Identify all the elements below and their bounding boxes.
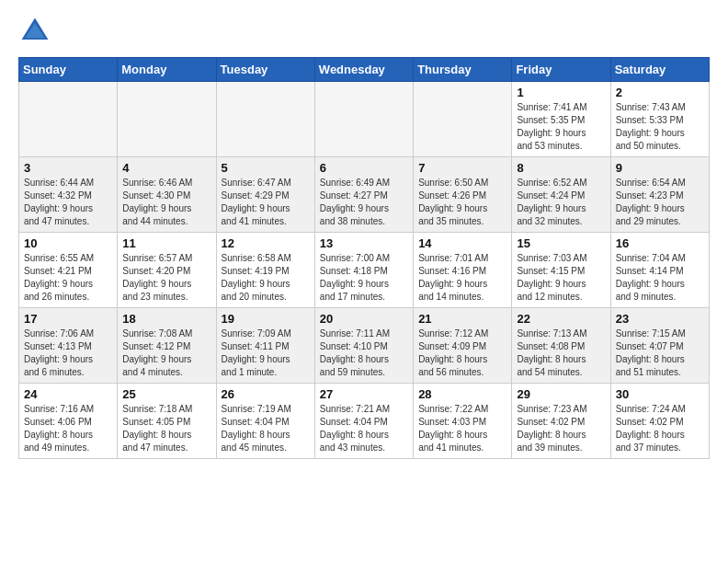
calendar-day-cell: 4Sunrise: 6:46 AM Sunset: 4:30 PM Daylig… (118, 157, 216, 233)
day-info: Sunrise: 7:13 AM Sunset: 4:08 PM Dayligh… (517, 327, 605, 379)
page: SundayMondayTuesdayWednesdayThursdayFrid… (0, 0, 728, 468)
calendar-day-cell (314, 82, 413, 157)
calendar-day-cell: 18Sunrise: 7:08 AM Sunset: 4:12 PM Dayli… (118, 308, 216, 384)
header (18, 15, 710, 48)
calendar-day-cell: 14Sunrise: 7:01 AM Sunset: 4:16 PM Dayli… (414, 233, 512, 308)
calendar-header-wednesday: Wednesday (314, 58, 413, 82)
day-info: Sunrise: 7:15 AM Sunset: 4:07 PM Dayligh… (616, 327, 704, 379)
calendar-day-cell: 10Sunrise: 6:55 AM Sunset: 4:21 PM Dayli… (19, 233, 118, 308)
day-number: 21 (418, 312, 506, 326)
calendar-day-cell: 3Sunrise: 6:44 AM Sunset: 4:32 PM Daylig… (19, 157, 118, 233)
day-info: Sunrise: 7:12 AM Sunset: 4:09 PM Dayligh… (418, 327, 506, 379)
day-info: Sunrise: 7:06 AM Sunset: 4:13 PM Dayligh… (24, 327, 112, 379)
calendar-day-cell: 26Sunrise: 7:19 AM Sunset: 4:04 PM Dayli… (216, 384, 314, 459)
calendar-header-row: SundayMondayTuesdayWednesdayThursdayFrid… (19, 58, 710, 82)
calendar-day-cell: 15Sunrise: 7:03 AM Sunset: 4:15 PM Dayli… (512, 233, 610, 308)
calendar-day-cell: 9Sunrise: 6:54 AM Sunset: 4:23 PM Daylig… (610, 157, 709, 233)
calendar-day-cell: 11Sunrise: 6:57 AM Sunset: 4:20 PM Dayli… (118, 233, 216, 308)
calendar-day-cell: 17Sunrise: 7:06 AM Sunset: 4:13 PM Dayli… (19, 308, 118, 384)
logo (18, 15, 55, 48)
day-number: 11 (122, 236, 210, 250)
day-info: Sunrise: 6:52 AM Sunset: 4:24 PM Dayligh… (517, 177, 605, 228)
calendar-day-cell: 21Sunrise: 7:12 AM Sunset: 4:09 PM Dayli… (414, 308, 512, 384)
calendar-day-cell: 20Sunrise: 7:11 AM Sunset: 4:10 PM Dayli… (314, 308, 413, 384)
calendar-day-cell: 28Sunrise: 7:22 AM Sunset: 4:03 PM Dayli… (414, 384, 512, 459)
day-number: 9 (616, 161, 704, 175)
day-number: 23 (616, 312, 704, 326)
day-info: Sunrise: 7:22 AM Sunset: 4:03 PM Dayligh… (418, 403, 506, 454)
day-number: 18 (122, 312, 210, 326)
calendar-header-tuesday: Tuesday (216, 58, 314, 82)
calendar-day-cell (118, 82, 216, 157)
day-number: 29 (517, 387, 605, 401)
day-info: Sunrise: 7:18 AM Sunset: 4:05 PM Dayligh… (122, 403, 210, 454)
day-info: Sunrise: 6:46 AM Sunset: 4:30 PM Dayligh… (122, 177, 210, 228)
day-number: 4 (122, 161, 210, 175)
day-info: Sunrise: 6:50 AM Sunset: 4:26 PM Dayligh… (418, 177, 506, 228)
day-number: 20 (320, 312, 408, 326)
day-number: 13 (320, 236, 408, 250)
day-number: 24 (24, 387, 112, 401)
day-number: 27 (320, 387, 408, 401)
calendar-day-cell: 12Sunrise: 6:58 AM Sunset: 4:19 PM Dayli… (216, 233, 314, 308)
calendar-day-cell: 27Sunrise: 7:21 AM Sunset: 4:04 PM Dayli… (314, 384, 413, 459)
day-info: Sunrise: 6:54 AM Sunset: 4:23 PM Dayligh… (616, 177, 704, 228)
day-info: Sunrise: 7:08 AM Sunset: 4:12 PM Dayligh… (122, 327, 210, 379)
day-info: Sunrise: 7:04 AM Sunset: 4:14 PM Dayligh… (616, 252, 704, 304)
calendar-header-friday: Friday (512, 58, 610, 82)
day-number: 19 (222, 312, 310, 326)
calendar-day-cell: 22Sunrise: 7:13 AM Sunset: 4:08 PM Dayli… (512, 308, 610, 384)
day-info: Sunrise: 6:57 AM Sunset: 4:20 PM Dayligh… (122, 252, 210, 304)
calendar-header-thursday: Thursday (414, 58, 512, 82)
day-info: Sunrise: 7:21 AM Sunset: 4:04 PM Dayligh… (320, 403, 408, 454)
calendar-day-cell: 23Sunrise: 7:15 AM Sunset: 4:07 PM Dayli… (610, 308, 709, 384)
calendar-day-cell (216, 82, 314, 157)
calendar-day-cell: 8Sunrise: 6:52 AM Sunset: 4:24 PM Daylig… (512, 157, 610, 233)
calendar-day-cell: 2Sunrise: 7:43 AM Sunset: 5:33 PM Daylig… (610, 82, 709, 157)
day-info: Sunrise: 7:23 AM Sunset: 4:02 PM Dayligh… (517, 403, 605, 454)
calendar-day-cell: 24Sunrise: 7:16 AM Sunset: 4:06 PM Dayli… (19, 384, 118, 459)
calendar-week-row: 24Sunrise: 7:16 AM Sunset: 4:06 PM Dayli… (19, 384, 710, 459)
calendar-week-row: 10Sunrise: 6:55 AM Sunset: 4:21 PM Dayli… (19, 233, 710, 308)
calendar-day-cell: 29Sunrise: 7:23 AM Sunset: 4:02 PM Dayli… (512, 384, 610, 459)
day-info: Sunrise: 6:47 AM Sunset: 4:29 PM Dayligh… (222, 177, 310, 228)
day-number: 12 (222, 236, 310, 250)
day-number: 26 (222, 387, 310, 401)
day-info: Sunrise: 7:43 AM Sunset: 5:33 PM Dayligh… (616, 101, 704, 153)
calendar-table: SundayMondayTuesdayWednesdayThursdayFrid… (18, 57, 710, 459)
calendar-day-cell: 30Sunrise: 7:24 AM Sunset: 4:02 PM Dayli… (610, 384, 709, 459)
day-number: 22 (517, 312, 605, 326)
day-info: Sunrise: 7:01 AM Sunset: 4:16 PM Dayligh… (418, 252, 506, 304)
day-info: Sunrise: 7:03 AM Sunset: 4:15 PM Dayligh… (517, 252, 605, 304)
day-info: Sunrise: 6:58 AM Sunset: 4:19 PM Dayligh… (222, 252, 310, 304)
calendar-day-cell: 5Sunrise: 6:47 AM Sunset: 4:29 PM Daylig… (216, 157, 314, 233)
day-info: Sunrise: 7:00 AM Sunset: 4:18 PM Dayligh… (320, 252, 408, 304)
day-number: 15 (517, 236, 605, 250)
calendar-day-cell: 25Sunrise: 7:18 AM Sunset: 4:05 PM Dayli… (118, 384, 216, 459)
calendar-day-cell: 1Sunrise: 7:41 AM Sunset: 5:35 PM Daylig… (512, 82, 610, 157)
day-number: 8 (517, 161, 605, 175)
day-number: 14 (418, 236, 506, 250)
day-info: Sunrise: 6:44 AM Sunset: 4:32 PM Dayligh… (24, 177, 112, 228)
calendar-header-monday: Monday (118, 58, 216, 82)
calendar-day-cell: 13Sunrise: 7:00 AM Sunset: 4:18 PM Dayli… (314, 233, 413, 308)
calendar-day-cell: 16Sunrise: 7:04 AM Sunset: 4:14 PM Dayli… (610, 233, 709, 308)
calendar-header-sunday: Sunday (19, 58, 118, 82)
calendar-day-cell: 19Sunrise: 7:09 AM Sunset: 4:11 PM Dayli… (216, 308, 314, 384)
calendar-header-saturday: Saturday (610, 58, 709, 82)
day-number: 7 (418, 161, 506, 175)
day-number: 10 (24, 236, 112, 250)
day-info: Sunrise: 6:49 AM Sunset: 4:27 PM Dayligh… (320, 177, 408, 228)
day-number: 5 (222, 161, 310, 175)
day-info: Sunrise: 7:11 AM Sunset: 4:10 PM Dayligh… (320, 327, 408, 379)
calendar-day-cell: 6Sunrise: 6:49 AM Sunset: 4:27 PM Daylig… (314, 157, 413, 233)
logo-icon (18, 15, 51, 48)
day-number: 16 (616, 236, 704, 250)
day-info: Sunrise: 7:09 AM Sunset: 4:11 PM Dayligh… (222, 327, 310, 379)
day-number: 2 (616, 86, 704, 99)
day-number: 25 (122, 387, 210, 401)
day-number: 30 (616, 387, 704, 401)
day-number: 1 (517, 86, 605, 99)
calendar-day-cell (414, 82, 512, 157)
calendar-week-row: 17Sunrise: 7:06 AM Sunset: 4:13 PM Dayli… (19, 308, 710, 384)
